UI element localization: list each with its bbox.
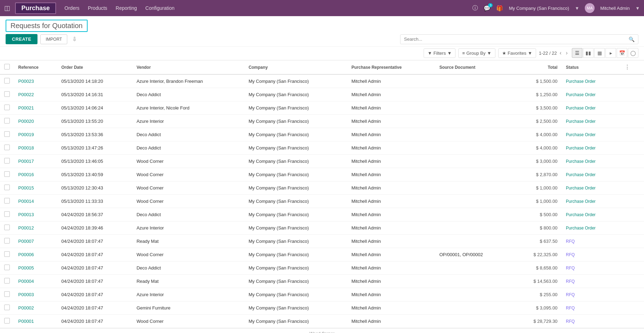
row-checkbox[interactable] xyxy=(4,78,10,84)
row-reference[interactable]: P00016 xyxy=(14,168,57,181)
help-icon[interactable]: ⓘ xyxy=(472,5,478,12)
chat-icon[interactable]: 💬 3 xyxy=(484,5,491,12)
row-checkbox[interactable] xyxy=(4,145,10,150)
groupby-button[interactable]: ≡ Group By ▼ xyxy=(458,48,495,58)
col-total[interactable]: Total xyxy=(513,60,562,74)
row-reference[interactable]: P00017 xyxy=(14,155,57,168)
search-input[interactable] xyxy=(404,36,629,42)
row-reference[interactable]: P00014 xyxy=(14,195,57,208)
favorites-button[interactable]: ★ Favorites ▼ xyxy=(498,48,536,58)
col-order-date[interactable]: Order Date xyxy=(57,60,132,74)
row-checkbox[interactable] xyxy=(4,158,10,164)
row-checkbox[interactable] xyxy=(4,185,10,190)
row-reference[interactable]: P00019 xyxy=(14,128,57,141)
row-reference[interactable]: P00003 xyxy=(14,288,57,301)
row-checkbox[interactable] xyxy=(4,105,10,110)
table-row[interactable]: P00015 05/13/2020 12:30:43 Wood Corner M… xyxy=(0,181,644,195)
row-reference[interactable]: P00023 xyxy=(14,74,57,88)
table-row[interactable]: P00019 05/13/2020 13:53:36 Deco Addict M… xyxy=(0,128,644,141)
download-button[interactable]: ⇩ xyxy=(70,34,79,44)
create-button[interactable]: CREATE xyxy=(6,34,37,44)
row-checkbox[interactable] xyxy=(4,318,10,324)
nav-configuration[interactable]: Configuration xyxy=(145,5,174,11)
table-row[interactable]: P00017 05/13/2020 13:46:05 Wood Corner M… xyxy=(0,155,644,168)
row-checkbox[interactable] xyxy=(4,211,10,217)
kanban-view-button[interactable]: ▮▮ xyxy=(583,48,594,58)
row-reference[interactable]: P00020 xyxy=(14,115,57,128)
table-row[interactable]: P00004 04/24/2020 18:07:47 Ready Mat My … xyxy=(0,275,644,288)
table-row[interactable]: P00002 04/24/2020 18:07:47 Gemini Furnit… xyxy=(0,301,644,315)
row-checkbox[interactable] xyxy=(4,251,10,257)
row-checkbox[interactable] xyxy=(4,305,10,310)
row-reference[interactable]: P00001 xyxy=(14,315,57,328)
row-checkbox[interactable] xyxy=(4,225,10,230)
table-row[interactable]: P00020 05/13/2020 13:55:20 Azure Interio… xyxy=(0,115,644,128)
col-options[interactable]: ⋮ xyxy=(619,60,644,74)
select-all-header[interactable] xyxy=(0,60,14,74)
table-row[interactable]: P00022 05/13/2020 14:16:31 Deco Addict M… xyxy=(0,88,644,101)
apps-grid-icon[interactable]: ◫ xyxy=(4,4,10,12)
col-status[interactable]: Status xyxy=(562,60,619,74)
clock-view-button[interactable]: ◯ xyxy=(628,48,638,58)
row-rep: Mitchell Admin xyxy=(347,101,435,115)
nav-orders[interactable]: Orders xyxy=(64,5,80,11)
nav-reporting[interactable]: Reporting xyxy=(116,5,137,11)
row-reference[interactable]: P00007 xyxy=(14,235,57,248)
table-row[interactable]: P00001 04/24/2020 18:07:47 Wood Corner M… xyxy=(0,315,644,328)
prev-page-button[interactable]: ‹ xyxy=(558,49,563,57)
table-row[interactable]: P00012 04/24/2020 18:39:46 Azure Interio… xyxy=(0,221,644,235)
table-row[interactable]: P00007 04/24/2020 18:07:47 Ready Mat My … xyxy=(0,235,644,248)
next-page-button[interactable]: › xyxy=(564,49,569,57)
row-reference[interactable]: P00013 xyxy=(14,208,57,221)
row-reference[interactable]: P00005 xyxy=(14,261,57,275)
row-checkbox[interactable] xyxy=(4,171,10,177)
col-vendor[interactable]: Vendor xyxy=(132,60,245,74)
table-row[interactable]: P00013 04/24/2020 18:56:37 Deco Addict M… xyxy=(0,208,644,221)
calendar-view-button[interactable]: 📅 xyxy=(617,48,627,58)
row-reference[interactable]: P00015 xyxy=(14,181,57,195)
row-reference[interactable]: P00002 xyxy=(14,301,57,315)
select-all-checkbox[interactable] xyxy=(4,64,10,69)
nav-products[interactable]: Products xyxy=(88,5,107,11)
row-checkbox[interactable] xyxy=(4,91,10,97)
row-reference[interactable]: P00021 xyxy=(14,101,57,115)
table-row[interactable]: P00006 04/24/2020 18:07:47 Wood Corner M… xyxy=(0,248,644,261)
table-row[interactable]: P00018 05/13/2020 13:47:26 Deco Addict M… xyxy=(0,141,644,155)
list-view-button[interactable]: ☰ xyxy=(572,48,582,58)
row-checkbox[interactable] xyxy=(4,278,10,284)
row-reference[interactable]: P00006 xyxy=(14,248,57,261)
row-checkbox-cell xyxy=(0,128,14,141)
row-options xyxy=(619,261,644,275)
table-row[interactable]: P00003 04/24/2020 18:07:47 Azure Interio… xyxy=(0,288,644,301)
table-row[interactable]: P00016 05/13/2020 13:40:59 Wood Corner M… xyxy=(0,168,644,181)
row-reference[interactable]: P00022 xyxy=(14,88,57,101)
row-checkbox[interactable] xyxy=(4,291,10,297)
row-checkbox[interactable] xyxy=(4,118,10,124)
gift-icon[interactable]: 🎁 xyxy=(496,5,503,12)
col-reference[interactable]: Reference xyxy=(14,60,57,74)
row-date: 05/13/2020 13:55:20 xyxy=(57,115,132,128)
row-checkbox[interactable] xyxy=(4,265,10,270)
row-checkbox[interactable] xyxy=(4,131,10,137)
table-row[interactable]: P00023 05/13/2020 14:18:20 Azure Interio… xyxy=(0,74,644,88)
col-source-doc[interactable]: Source Document xyxy=(435,60,513,74)
table-row[interactable]: P00021 05/13/2020 14:06:24 Azure Interio… xyxy=(0,101,644,115)
col-purchase-rep[interactable]: Purchase Representative xyxy=(347,60,435,74)
avatar[interactable]: MA xyxy=(585,3,595,13)
app-title[interactable]: Purchase xyxy=(15,2,56,14)
row-checkbox[interactable] xyxy=(4,238,10,244)
company-selector[interactable]: My Company (San Francisco) xyxy=(509,6,569,11)
import-button[interactable]: IMPORT xyxy=(40,34,67,44)
chart-view-button[interactable]: ▸ xyxy=(605,48,616,58)
row-reference[interactable]: P00004 xyxy=(14,275,57,288)
table-row[interactable]: P00005 04/24/2020 18:07:47 Deco Addict M… xyxy=(0,261,644,275)
col-company[interactable]: Company xyxy=(244,60,347,74)
grid-view-button[interactable]: ▦ xyxy=(594,48,605,58)
row-vendor: Wood Corner xyxy=(132,168,245,181)
user-name[interactable]: Mitchell Admin xyxy=(600,6,630,11)
row-reference[interactable]: P00018 xyxy=(14,141,57,155)
table-row[interactable]: P00014 05/13/2020 11:33:33 Wood Corner M… xyxy=(0,195,644,208)
row-reference[interactable]: P00012 xyxy=(14,221,57,235)
filters-button[interactable]: ▼ Filters ▼ xyxy=(424,48,455,58)
row-checkbox[interactable] xyxy=(4,198,10,204)
